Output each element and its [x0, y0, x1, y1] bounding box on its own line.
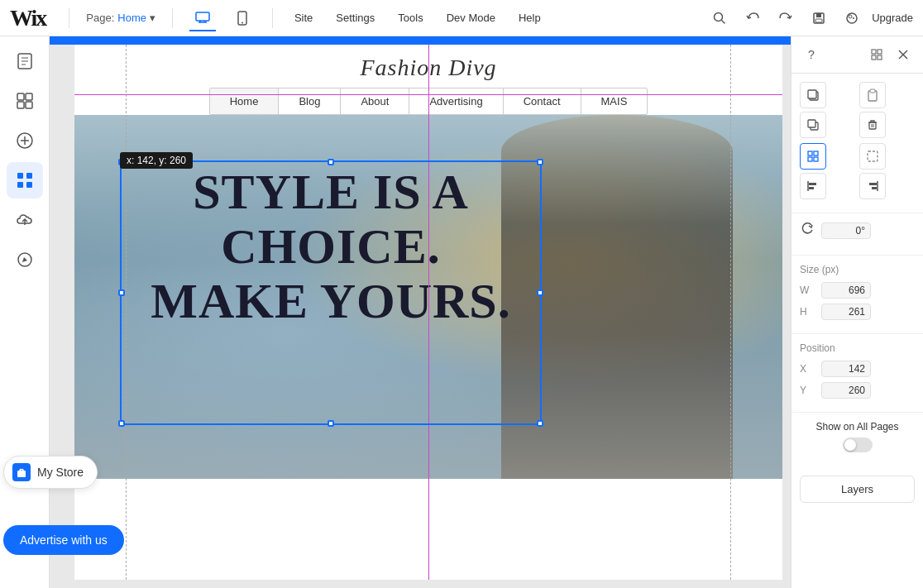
paste-button[interactable]	[859, 82, 886, 108]
align-right-icon	[866, 179, 879, 193]
show-all-pages-toggle[interactable]	[843, 437, 873, 452]
x-label: X	[800, 363, 816, 375]
group-button[interactable]	[800, 143, 826, 170]
pen-icon	[16, 251, 34, 269]
props-size-section: Size (px) W 696 H 261	[791, 256, 923, 334]
svg-rect-35	[878, 55, 882, 60]
nav-item-contact[interactable]: Contact	[504, 88, 581, 114]
preview-icon	[845, 12, 858, 25]
sidebar-blog-button[interactable]	[7, 241, 43, 278]
main-layout: My Store Advertise with us Fashion Divg …	[0, 36, 923, 588]
nav-item-home[interactable]: Home	[210, 88, 280, 114]
height-value[interactable]: 261	[821, 304, 871, 320]
preview-button[interactable]	[839, 5, 865, 31]
mobile-view-button[interactable]	[229, 5, 256, 31]
rotation-icon	[800, 222, 815, 240]
rotation-value[interactable]: 0°	[821, 222, 871, 239]
search-button[interactable]	[706, 5, 733, 31]
svg-rect-18	[17, 93, 24, 100]
hero-section: STYLE IS A CHOICE. MAKE YOURS.	[74, 115, 782, 479]
svg-rect-21	[26, 102, 32, 108]
height-row: H 261	[800, 304, 915, 320]
copy-button[interactable]	[800, 82, 826, 108]
svg-point-13	[853, 17, 854, 19]
undo-icon	[746, 12, 759, 25]
nav-item-mais[interactable]: MAIS	[581, 88, 648, 114]
sidebar-appmarket-button[interactable]	[7, 162, 43, 198]
resize-handle-bottom-middle[interactable]	[328, 420, 334, 427]
y-label: Y	[800, 385, 816, 396]
delete-button[interactable]	[859, 112, 886, 138]
rotation-row: 0°	[800, 222, 915, 240]
resize-handle-bottom-right[interactable]	[537, 420, 543, 427]
svg-point-6	[715, 12, 723, 21]
advertise-button[interactable]: Advertise with us	[3, 525, 124, 555]
resize-handle-middle-right[interactable]	[537, 289, 543, 296]
delete-icon	[866, 118, 879, 131]
svg-point-11	[847, 13, 857, 23]
props-rotation-section: 0°	[791, 213, 923, 256]
sidebar-page-button[interactable]	[7, 43, 43, 79]
sidebar-upload-button[interactable]	[7, 202, 43, 238]
svg-rect-54	[809, 187, 814, 189]
page-name: Home	[117, 12, 146, 24]
sidebar-elements-button[interactable]	[7, 83, 43, 119]
layers-button[interactable]: Layers	[800, 476, 915, 503]
resize-handle-top-middle[interactable]	[328, 159, 334, 165]
page-selector[interactable]: Page: Home ▾	[86, 12, 155, 24]
svg-rect-28	[26, 182, 32, 188]
close-icon	[898, 50, 908, 60]
site-menu-button[interactable]: Site	[289, 8, 318, 27]
svg-rect-0	[196, 12, 209, 21]
props-close-button[interactable]	[892, 43, 915, 66]
x-value[interactable]: 142	[821, 361, 871, 377]
toolbar-divider-2	[172, 8, 173, 28]
svg-rect-33	[878, 50, 882, 54]
resize-handle-bottom-left[interactable]	[118, 420, 125, 427]
svg-rect-20	[17, 102, 24, 108]
props-grid-button[interactable]	[865, 43, 888, 66]
sidebar-add-button[interactable]	[7, 122, 43, 159]
settings-menu-button[interactable]: Settings	[331, 8, 380, 27]
y-value[interactable]: 260	[821, 382, 871, 399]
toolbar-divider-1	[69, 8, 69, 28]
desktop-view-button[interactable]	[189, 5, 216, 31]
save-button[interactable]	[806, 5, 832, 31]
nav-item-blog[interactable]: Blog	[279, 88, 341, 114]
resize-handle-middle-left[interactable]	[118, 289, 125, 296]
svg-rect-49	[814, 151, 818, 155]
rotate-icon	[800, 222, 815, 237]
props-help-button[interactable]: ?	[800, 43, 823, 66]
site-logo: Fashion Divg	[91, 55, 766, 81]
svg-rect-10	[815, 19, 822, 22]
devmode-menu-button[interactable]: Dev Mode	[442, 8, 500, 27]
duplicate-button[interactable]	[800, 112, 826, 138]
canvas-area[interactable]: Fashion Divg Home Blog About Advertising…	[50, 36, 791, 588]
undo-button[interactable]	[739, 5, 766, 31]
svg-rect-34	[872, 55, 876, 60]
mobile-icon	[237, 11, 247, 26]
coordinates-tooltip: x: 142, y: 260	[120, 152, 193, 169]
nav-item-advertising[interactable]: Advertising	[409, 88, 503, 114]
align-left-button[interactable]	[800, 173, 826, 199]
wix-logo[interactable]: Wix	[10, 5, 45, 31]
svg-rect-27	[17, 182, 23, 188]
props-header-icons	[865, 43, 915, 66]
svg-rect-31	[17, 471, 26, 477]
width-value[interactable]: 696	[821, 282, 871, 299]
group-icon	[806, 150, 820, 163]
resize-handle-top-right[interactable]	[537, 159, 543, 165]
align-right-button[interactable]	[859, 173, 886, 199]
props-layer-grid	[800, 143, 915, 199]
tools-menu-button[interactable]: Tools	[393, 8, 428, 27]
y-row: Y 260	[800, 382, 915, 399]
store-bag-icon	[16, 466, 27, 478]
wix-logo-text: Wix	[10, 5, 45, 31]
upgrade-button[interactable]: Upgrade	[872, 12, 913, 24]
selection-box[interactable]	[120, 160, 542, 425]
my-store-button[interactable]: My Store	[3, 456, 98, 489]
ungroup-button[interactable]	[859, 143, 886, 170]
redo-button[interactable]	[772, 5, 799, 31]
help-menu-button[interactable]: Help	[514, 8, 546, 27]
nav-item-about[interactable]: About	[341, 88, 409, 114]
